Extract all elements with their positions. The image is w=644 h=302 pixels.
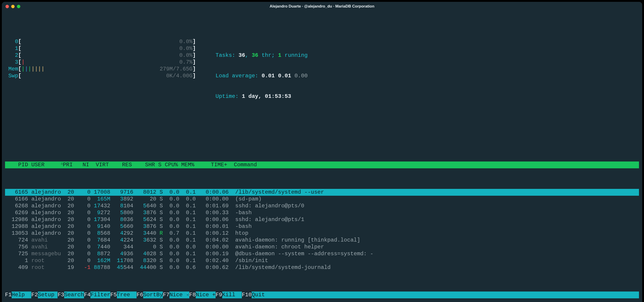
fnkey-label[interactable]: Kill [222,292,242,298]
cell-pri: 20 [64,257,74,264]
col-virt[interactable]: VIRT [89,162,109,168]
fnkey-f4[interactable]: F4 [84,292,91,298]
cell-pri: 20 [64,209,74,216]
col-time[interactable]: TIME+ [194,162,227,168]
sort-indicator-icon: △ [61,162,63,168]
fnkey-f8[interactable]: F8 [189,292,196,298]
fnkey-f6[interactable]: F6 [136,292,143,298]
cell-mem: 0.1 [179,216,196,223]
col-mem[interactable]: MEM% [178,162,194,168]
bracket-close-icon: ] [192,52,196,59]
fnkey-label[interactable]: Nice - [170,292,189,298]
fnkey-f2[interactable]: F2 [31,292,38,298]
cell-command: -bash [228,223,639,230]
cell-state: S [156,244,163,251]
table-row[interactable]: 12988alejandro200 9140 5660 3876S0.00.10… [5,223,639,230]
col-res[interactable]: RES [109,162,132,168]
fnkey-f3[interactable]: F3 [58,292,64,298]
table-row[interactable]: 12986alejandro20017304 8036 5624S0.00.10… [5,216,639,223]
meter-label: 1 [5,45,18,52]
fnkey-f7[interactable]: F7 [163,292,170,298]
meter-value: 0.7% [179,59,192,66]
cell-time: 0:00.19 [196,251,228,257]
cell-mem: 0.1 [179,203,196,209]
col-pid[interactable]: PID [5,162,28,168]
terminal-body[interactable]: 0[0.0%]1[0.0%]2[0.0%]3[|0.7%]Mem[|||||||… [2,11,642,302]
cell-cpu: 0.0 [163,189,179,196]
cell-shr: 20 [133,196,156,203]
col-user[interactable]: USER [28,162,61,168]
cell-pid: 12986 [5,216,28,223]
fnkey-f10[interactable]: F10 [242,292,252,298]
cell-pid: 12988 [5,223,28,230]
fnkey-label[interactable]: Search [64,292,84,298]
table-row[interactable]: 6166alejandro200 165M 3892 20S0.00.00:00… [5,196,639,203]
cell-command: (sd-pam) [228,196,639,203]
table-row[interactable]: 13053alejandro200 8568 4292 3440R0.70.10… [5,230,639,237]
cell-user: avahi [28,237,61,244]
table-row[interactable]: 6165alejandro20017008 9716 8012S0.00.10:… [5,189,639,196]
cell-res: 9716 [110,189,133,196]
col-cpu[interactable]: CPU% [162,162,178,168]
cell-shr: 3440 [133,230,156,237]
meter-value: 0.0% [179,52,192,59]
cell-shr: 44400 [133,264,156,271]
cell-virt: 7440 [90,244,110,251]
fnkey-label[interactable]: Help [12,292,31,298]
cell-time: 0:04.02 [196,237,228,244]
fnkey-f5[interactable]: F5 [110,292,117,298]
bracket-close-icon: ] [192,72,196,79]
cell-state: S [156,223,163,230]
cell-mem: 0.1 [179,189,196,196]
process-table-header[interactable]: PID USER △ PRI NI VIRT RES SHR S CPU% ME… [5,162,639,168]
load-line: Load average: 0.01 0.01 0.00 [216,72,308,79]
fnkey-label[interactable]: Filter [90,292,110,298]
cell-command: /sbin/init [228,257,639,264]
process-table-body[interactable]: 6165alejandro20017008 9716 8012S0.00.10:… [5,189,639,271]
fnkey-label[interactable]: Tree [117,292,136,298]
cell-pri: 20 [64,251,74,257]
cell-cpu: 0.7 [163,230,179,237]
cell-time: 0:00.00 [196,244,228,251]
cell-state: S [156,203,163,209]
fnkey-label[interactable]: Quit [252,292,271,298]
cell-shr: 8012 [133,189,156,196]
table-row[interactable]: 725messagebu200 8872 4936 4028S0.00.10:0… [5,251,639,257]
col-pri[interactable]: PRI [63,162,72,168]
titlebar: Alejandro Duarte · @alejandro_du · Maria… [2,2,642,11]
load-15m: 0.00 [294,73,308,79]
cell-cpu: 0.0 [163,244,179,251]
fnkey-label[interactable]: Nice + [196,292,215,298]
col-shr[interactable]: SHR [132,162,155,168]
cell-state: S [156,189,163,196]
fnkey-f1[interactable]: F1 [5,292,12,298]
table-row[interactable]: 1root200 162M11708 8320S0.00.10:02.40/sb… [5,257,639,264]
fnkey-label[interactable]: Setup [38,292,58,298]
bracket-open-icon: [ [18,66,22,72]
close-icon[interactable] [6,5,9,8]
table-row[interactable]: 756avahi200 7440 344 0S0.00.00:00.00avah… [5,244,639,251]
cell-ni: 0 [74,189,90,196]
meter-label: 3 [5,59,18,66]
uptime-line: Uptime: 1 day, 01:53:53 [216,93,308,100]
cell-state: S [156,209,163,216]
threads-count: 36 [252,52,258,58]
col-ni[interactable]: NI [72,162,89,168]
table-row[interactable]: 6268alejandro20017432 8104 5640S0.00.10:… [5,203,639,209]
col-state[interactable]: S [155,162,162,168]
cell-time: 0:00.06 [196,216,228,223]
fnkey-label[interactable]: SortBy [143,292,163,298]
table-row[interactable]: 6269alejandro200 9272 5800 3876S0.00.10:… [5,209,639,216]
cell-ni: 0 [74,237,90,244]
cell-pid: 6269 [5,209,28,216]
cell-pid: 756 [5,244,28,251]
col-command[interactable]: Command [227,162,639,168]
zoom-icon[interactable] [17,5,20,8]
minimize-icon[interactable] [11,5,14,8]
fnkey-f9[interactable]: F9 [216,292,222,298]
table-row[interactable]: 409root19-1887884554444400S0.00.60:00.62… [5,264,639,271]
bracket-open-icon: [ [18,52,22,59]
cell-res: 344 [110,244,133,251]
table-row[interactable]: 724avahi200 7684 4224 3632S0.00.10:04.02… [5,237,639,244]
meters-panel: 0[0.0%]1[0.0%]2[0.0%]3[|0.7%]Mem[|||||||… [5,38,196,114]
